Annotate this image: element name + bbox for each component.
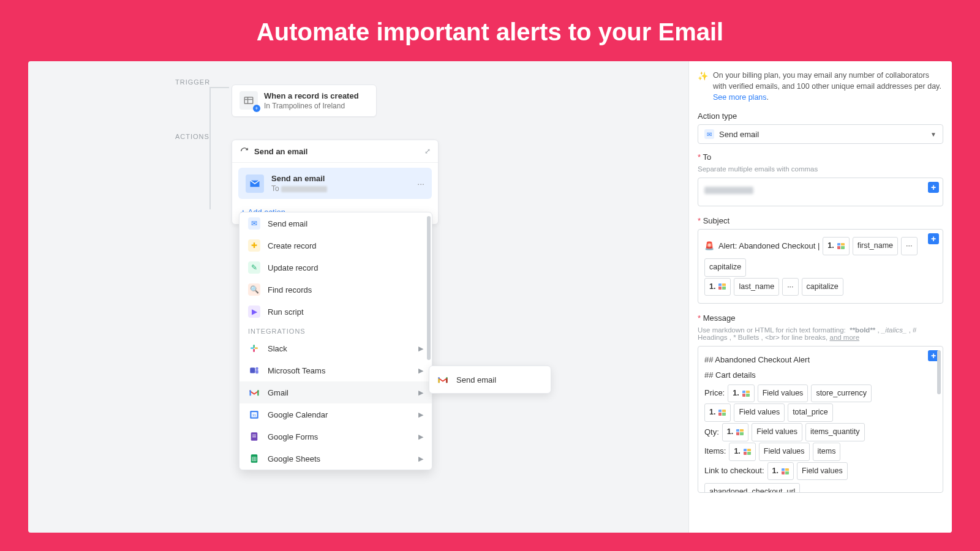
action-option-update-record[interactable]: ✎Update record	[239, 257, 432, 279]
add-token-button[interactable]: +	[928, 233, 939, 244]
run-script-icon: ▶	[248, 305, 260, 318]
token[interactable]: 1.	[704, 278, 731, 296]
svg-rect-14	[252, 435, 256, 435]
action-step-title: Send an email	[271, 174, 327, 183]
submenu-send-email[interactable]: Send email	[429, 370, 551, 389]
redacted-email	[281, 186, 327, 192]
integrations-header: INTEGRATIONS	[239, 323, 432, 337]
update-record-icon: ✎	[248, 261, 260, 274]
token[interactable]: Field values	[759, 443, 810, 461]
redacted-recipient	[704, 187, 753, 194]
token[interactable]: 1.	[729, 443, 755, 461]
token[interactable]: last_name	[734, 278, 779, 296]
action-type-select[interactable]: ✉ Send email ▼	[698, 124, 943, 144]
svg-rect-9	[255, 370, 258, 373]
msg-label: Link to checkout:	[704, 463, 764, 479]
integration-gforms[interactable]: Google Forms▶	[239, 425, 432, 448]
integration-gcal[interactable]: 31Google Calendar▶	[239, 403, 432, 425]
token[interactable]: ···	[901, 237, 917, 255]
add-token-button[interactable]: +	[928, 182, 939, 193]
trigger-title: When a record is created	[264, 91, 359, 100]
chevron-right-icon: ▶	[418, 455, 423, 463]
svg-rect-4	[255, 348, 258, 349]
svg-point-8	[255, 367, 258, 370]
subject-input[interactable]: + 🚨 Alert: Abandoned Checkout | 1. first…	[698, 229, 943, 304]
gmail-icon	[437, 373, 449, 386]
action-step-to-prefix: To	[271, 184, 279, 193]
app-stage: TRIGGER ACTIONS + When a record is creat…	[28, 61, 952, 533]
gsheets-icon	[248, 452, 260, 465]
trigger-card[interactable]: + When a record is created In Trampoline…	[232, 84, 377, 117]
action-option-send-email[interactable]: ✉Send email	[239, 212, 432, 234]
svg-text:31: 31	[252, 413, 257, 417]
token[interactable]: Field values	[797, 462, 848, 481]
action-option-run-script[interactable]: ▶Run script	[239, 301, 432, 323]
message-input[interactable]: + ## Abandoned Checkout Alert ## Cart de…	[698, 346, 943, 493]
msg-label: Qty:	[704, 425, 719, 440]
dropdown-scrollbar[interactable]	[427, 216, 431, 360]
gmail-submenu: Send email	[429, 365, 551, 394]
create-record-icon: ✚	[248, 239, 260, 252]
token[interactable]: total_price	[788, 403, 833, 422]
action-type-label: Action type	[698, 111, 943, 121]
token[interactable]: items	[813, 443, 841, 461]
plus-chip-icon: +	[253, 105, 260, 112]
token[interactable]: capitalize	[704, 258, 746, 277]
action-option-find-records[interactable]: 🔍Find records	[239, 279, 432, 301]
automation-canvas: TRIGGER ACTIONS + When a record is creat…	[28, 61, 688, 533]
integration-slack[interactable]: Slack▶	[239, 337, 432, 359]
token[interactable]: ···	[782, 278, 798, 296]
integration-gmail[interactable]: Gmail▶	[239, 381, 432, 403]
msg-line: ## Abandoned Checkout Alert	[704, 353, 937, 368]
token[interactable]: capitalize	[802, 278, 843, 296]
teams-icon	[248, 364, 260, 377]
grid-icon	[718, 283, 726, 290]
svg-rect-15	[252, 437, 256, 437]
token[interactable]: abandoned_checkout_url	[704, 483, 800, 493]
token[interactable]: Field values	[734, 403, 785, 422]
hero-title: Automate important alerts to your Email	[0, 0, 980, 61]
see-more-plans-link[interactable]: See more plans	[713, 93, 767, 102]
token[interactable]: Field values	[758, 384, 809, 403]
integration-gsheets[interactable]: Google Sheets▶	[239, 448, 432, 470]
to-input[interactable]: +	[698, 178, 943, 206]
svg-rect-5	[254, 345, 255, 348]
message-label: Message	[698, 313, 943, 323]
token[interactable]: items_quantity	[805, 423, 865, 441]
action-step-menu[interactable]: ···	[417, 179, 424, 189]
svg-rect-7	[250, 368, 255, 373]
token[interactable]: 1.	[767, 462, 794, 481]
msg-label: Items:	[704, 444, 726, 459]
msg-line: ## Cart details	[704, 368, 937, 383]
message-hint: Use markdown or HTML for rich text forma…	[698, 326, 943, 341]
collapse-icon[interactable]: ⤢	[424, 147, 431, 156]
integration-teams[interactable]: Microsoft Teams▶	[239, 359, 432, 381]
action-panel-title: Send an email	[254, 147, 424, 156]
token[interactable]: Field values	[752, 423, 802, 441]
trigger-subtitle: In Trampolines of Ireland	[264, 102, 359, 110]
refresh-icon	[239, 146, 249, 156]
gforms-icon	[248, 430, 260, 443]
chevron-right-icon: ▶	[418, 389, 423, 397]
config-panel: ✨ On your billing plan, you may email an…	[688, 61, 952, 533]
svg-rect-6	[254, 349, 255, 352]
action-step[interactable]: Send an email To ···	[238, 168, 432, 199]
chevron-right-icon: ▶	[418, 411, 423, 419]
to-label: To	[698, 152, 943, 162]
chevron-right-icon: ▶	[418, 433, 423, 441]
mail-icon: ✉	[704, 129, 714, 139]
message-scrollbar[interactable]	[937, 350, 941, 394]
grid-icon	[837, 243, 845, 249]
token[interactable]: 1.	[704, 403, 731, 422]
to-hint: Separate multiple emails with commas	[698, 165, 943, 173]
table-icon: +	[239, 91, 258, 110]
action-option-create-record[interactable]: ✚Create record	[239, 234, 432, 257]
token[interactable]: store_currency	[811, 384, 872, 403]
token[interactable]: 1.	[823, 237, 849, 255]
action-picker-dropdown: ✉Send email✚Create record✎Update record🔍…	[239, 212, 432, 470]
gmail-icon	[248, 386, 260, 399]
token[interactable]: 1.	[722, 423, 748, 441]
token[interactable]: 1.	[728, 384, 754, 403]
token[interactable]: first_name	[853, 237, 898, 255]
sparkle-icon: ✨	[698, 70, 708, 103]
